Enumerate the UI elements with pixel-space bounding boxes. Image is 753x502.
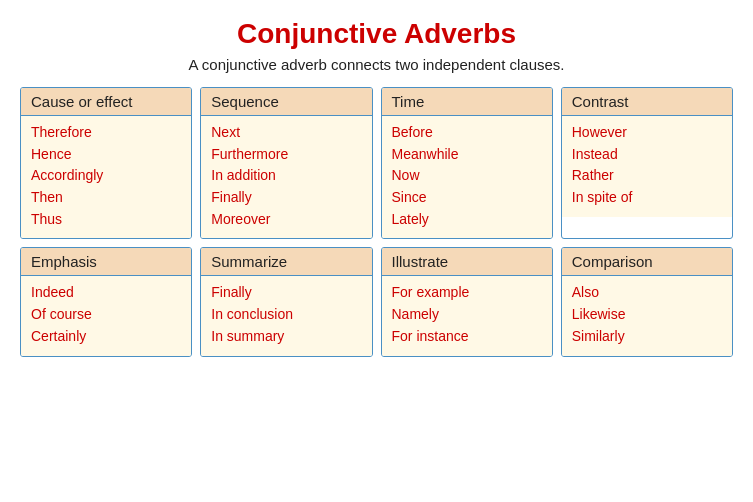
list-item: Finally bbox=[211, 282, 361, 304]
card-cause-or-effect: Cause or effectThereforeHenceAccordingly… bbox=[20, 87, 192, 239]
list-item: Furthermore bbox=[211, 144, 361, 166]
cards-grid: Cause or effectThereforeHenceAccordingly… bbox=[20, 87, 733, 357]
card-body-summarize: FinallyIn conclusionIn summary bbox=[201, 276, 371, 355]
list-item: Hence bbox=[31, 144, 181, 166]
card-contrast: ContrastHoweverInsteadRatherIn spite of bbox=[561, 87, 733, 239]
list-item: In conclusion bbox=[211, 304, 361, 326]
card-body-emphasis: IndeedOf courseCertainly bbox=[21, 276, 191, 355]
list-item: Of course bbox=[31, 304, 181, 326]
list-item: Then bbox=[31, 187, 181, 209]
list-item: In summary bbox=[211, 326, 361, 348]
list-item: In spite of bbox=[572, 187, 722, 209]
list-item: Namely bbox=[392, 304, 542, 326]
card-body-comparison: AlsoLikewiseSimilarly bbox=[562, 276, 732, 355]
list-item: For instance bbox=[392, 326, 542, 348]
list-item: Thus bbox=[31, 209, 181, 231]
card-body-illustrate: For exampleNamelyFor instance bbox=[382, 276, 552, 355]
list-item: Instead bbox=[572, 144, 722, 166]
card-emphasis: EmphasisIndeedOf courseCertainly bbox=[20, 247, 192, 356]
list-item: Since bbox=[392, 187, 542, 209]
card-header-contrast: Contrast bbox=[562, 88, 732, 116]
card-body-time: BeforeMeanwhileNowSinceLately bbox=[382, 116, 552, 238]
list-item: Indeed bbox=[31, 282, 181, 304]
list-item: Also bbox=[572, 282, 722, 304]
list-item: Next bbox=[211, 122, 361, 144]
list-item: In addition bbox=[211, 165, 361, 187]
card-body-contrast: HoweverInsteadRatherIn spite of bbox=[562, 116, 732, 217]
list-item: Likewise bbox=[572, 304, 722, 326]
card-header-summarize: Summarize bbox=[201, 248, 371, 276]
list-item: Finally bbox=[211, 187, 361, 209]
list-item: Lately bbox=[392, 209, 542, 231]
list-item: However bbox=[572, 122, 722, 144]
list-item: Certainly bbox=[31, 326, 181, 348]
list-item: Therefore bbox=[31, 122, 181, 144]
card-comparison: ComparisonAlsoLikewiseSimilarly bbox=[561, 247, 733, 356]
list-item: Rather bbox=[572, 165, 722, 187]
card-illustrate: IllustrateFor exampleNamelyFor instance bbox=[381, 247, 553, 356]
list-item: For example bbox=[392, 282, 542, 304]
page-subtitle: A conjunctive adverb connects two indepe… bbox=[188, 56, 564, 73]
card-summarize: SummarizeFinallyIn conclusionIn summary bbox=[200, 247, 372, 356]
card-header-time: Time bbox=[382, 88, 552, 116]
list-item: Similarly bbox=[572, 326, 722, 348]
list-item: Accordingly bbox=[31, 165, 181, 187]
list-item: Moreover bbox=[211, 209, 361, 231]
card-sequence: SequenceNextFurthermoreIn additionFinall… bbox=[200, 87, 372, 239]
card-header-comparison: Comparison bbox=[562, 248, 732, 276]
card-header-illustrate: Illustrate bbox=[382, 248, 552, 276]
list-item: Before bbox=[392, 122, 542, 144]
page-title: Conjunctive Adverbs bbox=[237, 18, 516, 50]
card-header-emphasis: Emphasis bbox=[21, 248, 191, 276]
card-body-cause-or-effect: ThereforeHenceAccordinglyThenThus bbox=[21, 116, 191, 238]
card-time: TimeBeforeMeanwhileNowSinceLately bbox=[381, 87, 553, 239]
list-item: Now bbox=[392, 165, 542, 187]
card-body-sequence: NextFurthermoreIn additionFinallyMoreove… bbox=[201, 116, 371, 238]
list-item: Meanwhile bbox=[392, 144, 542, 166]
card-header-cause-or-effect: Cause or effect bbox=[21, 88, 191, 116]
card-header-sequence: Sequence bbox=[201, 88, 371, 116]
